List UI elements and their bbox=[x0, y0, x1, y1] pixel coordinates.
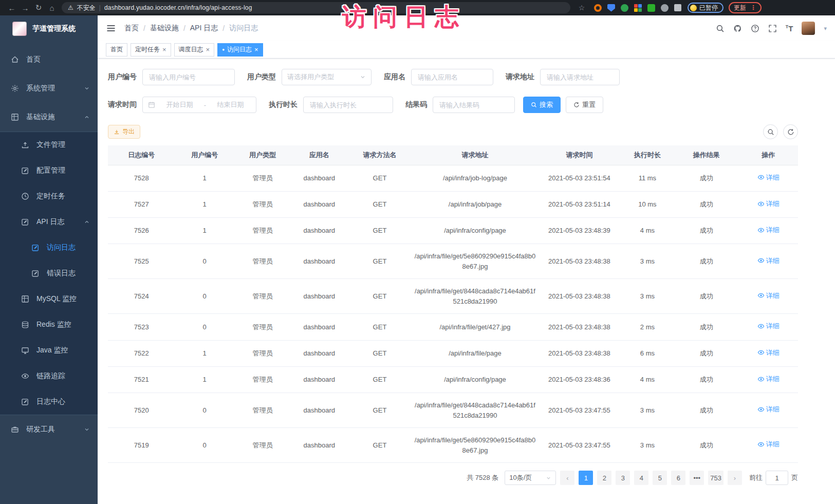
detail-label: 详细 bbox=[766, 291, 780, 301]
page-url[interactable]: dashboard.yudao.iocoder.cn/infra/log/api… bbox=[104, 4, 252, 11]
app-logo[interactable]: 芋道管理系统 bbox=[0, 15, 98, 42]
detail-link[interactable]: 详细 bbox=[757, 404, 780, 415]
close-icon[interactable]: × bbox=[206, 46, 210, 53]
breadcrumb-separator: / bbox=[143, 24, 145, 32]
browser-update-button[interactable]: 更新 ⋮ bbox=[729, 2, 762, 13]
goto-page-input[interactable] bbox=[766, 471, 788, 485]
prev-page-button[interactable]: ‹ bbox=[560, 471, 574, 485]
next-page-button[interactable]: › bbox=[728, 471, 742, 485]
page-button-2[interactable]: 2 bbox=[597, 471, 611, 485]
github-icon[interactable] bbox=[733, 24, 742, 33]
sidebar-item-trace[interactable]: 链路追踪 bbox=[0, 363, 98, 389]
table-grid-icon bbox=[21, 295, 29, 303]
sidebar-item-system[interactable]: 系统管理 bbox=[0, 74, 98, 103]
sidebar-item-home[interactable]: 首页 bbox=[0, 45, 98, 74]
page-ellipsis[interactable]: ••• bbox=[690, 471, 704, 485]
eye-icon bbox=[757, 200, 765, 208]
detail-link[interactable]: 详细 bbox=[757, 173, 780, 183]
tab-dispatch-log[interactable]: 调度日志 × bbox=[174, 43, 215, 57]
page-button-6[interactable]: 6 bbox=[671, 471, 685, 485]
page-button-753[interactable]: 753 bbox=[708, 471, 723, 485]
paused-extension-pill[interactable]: 已暂停 bbox=[688, 3, 723, 13]
table-cell: dashboard bbox=[291, 393, 347, 428]
sidebar-item-api-log[interactable]: API 日志 bbox=[0, 209, 98, 235]
sidebar-item-scheduled-jobs[interactable]: 定时任务 bbox=[0, 183, 98, 209]
detail-link[interactable]: 详细 bbox=[757, 225, 780, 235]
sidebar-item-access-log[interactable]: 访问日志 bbox=[0, 235, 98, 260]
result-code-input[interactable] bbox=[433, 97, 515, 113]
sidebar-item-config-manage[interactable]: 配置管理 bbox=[0, 158, 98, 183]
table-cell: 3 ms bbox=[620, 279, 674, 314]
tab-home[interactable]: 首页 bbox=[106, 43, 127, 57]
browser-back-icon[interactable]: ← bbox=[5, 4, 18, 12]
date-range-picker[interactable]: 开始日期 - 结束日期 bbox=[142, 97, 256, 113]
detail-link[interactable]: 详细 bbox=[757, 256, 780, 266]
sidebar-item-java-monitor[interactable]: Java 监控 bbox=[0, 338, 98, 363]
extension-grey-icon[interactable] bbox=[661, 4, 669, 12]
close-icon[interactable]: × bbox=[254, 46, 258, 53]
avatar-caret-icon[interactable]: ▾ bbox=[824, 25, 827, 32]
request-url-input[interactable] bbox=[540, 69, 620, 85]
extension-green-icon[interactable] bbox=[621, 4, 628, 12]
search-button[interactable]: 搜索 bbox=[523, 97, 561, 113]
tab-scheduled-jobs[interactable]: 定时任务 × bbox=[131, 43, 171, 57]
sidebar-item-redis-monitor[interactable]: Redis 监控 bbox=[0, 312, 98, 338]
page-button-4[interactable]: 4 bbox=[634, 471, 648, 485]
detail-link[interactable]: 详细 bbox=[757, 321, 780, 331]
close-icon[interactable]: × bbox=[162, 46, 166, 53]
browser-menu-icon[interactable]: ⋮ bbox=[750, 4, 756, 11]
browser-forward-icon[interactable]: → bbox=[18, 4, 32, 12]
sidebar-item-log-center[interactable]: 日志中心 bbox=[0, 389, 98, 415]
bookmark-star-icon[interactable]: ☆ bbox=[576, 4, 588, 12]
extension-grid-icon[interactable] bbox=[634, 4, 642, 12]
range-separator: - bbox=[204, 101, 206, 109]
reset-button[interactable]: 重置 bbox=[566, 97, 603, 113]
sidebar-item-label: 错误日志 bbox=[47, 269, 76, 278]
breadcrumb: 首页 / 基础设施 / API 日志 / 访问日志 bbox=[124, 24, 258, 33]
hamburger-icon[interactable] bbox=[106, 23, 116, 33]
page-button-5[interactable]: 5 bbox=[653, 471, 667, 485]
extension-shield-icon[interactable] bbox=[607, 4, 615, 12]
detail-link[interactable]: 详细 bbox=[757, 291, 780, 301]
detail-link[interactable]: 详细 bbox=[757, 439, 780, 450]
breadcrumb-infra[interactable]: 基础设施 bbox=[150, 24, 179, 33]
sidebar-item-error-log[interactable]: 错误日志 bbox=[0, 260, 98, 286]
security-label[interactable]: 不安全 bbox=[77, 4, 96, 12]
browser-home-icon[interactable]: ⌂ bbox=[45, 4, 59, 12]
duration-input[interactable] bbox=[303, 97, 393, 113]
page-button-1[interactable]: 1 bbox=[579, 471, 593, 485]
sidebar-item-mysql-monitor[interactable]: MySQL 监控 bbox=[0, 286, 98, 312]
sidebar-item-file-manage[interactable]: 文件管理 bbox=[0, 132, 98, 158]
user-type-select[interactable]: 请选择用户类型 bbox=[282, 69, 372, 85]
refresh-table-button[interactable] bbox=[783, 124, 798, 139]
browser-reload-icon[interactable]: ↻ bbox=[32, 3, 45, 12]
user-avatar[interactable] bbox=[802, 22, 815, 35]
extension-square-icon[interactable] bbox=[647, 4, 655, 12]
address-bar[interactable]: ⚠ 不安全 | dashboard.yudao.iocoder.cn/infra… bbox=[62, 2, 570, 13]
fullscreen-icon[interactable] bbox=[768, 24, 777, 33]
header-search-icon[interactable] bbox=[716, 24, 725, 33]
sidebar-item-infra[interactable]: 基础设施 bbox=[0, 103, 98, 132]
toggle-search-button[interactable] bbox=[763, 124, 778, 139]
detail-link[interactable]: 详细 bbox=[757, 348, 780, 358]
breadcrumb-home[interactable]: 首页 bbox=[124, 24, 139, 33]
chevron-down-icon bbox=[84, 85, 90, 91]
extensions-puzzle-icon[interactable] bbox=[674, 4, 681, 11]
table-cell: 管理员 bbox=[234, 191, 291, 217]
table-row: 75200管理员dashboardGET/api/infra/file/get/… bbox=[108, 393, 798, 428]
export-button[interactable]: 导出 bbox=[108, 125, 140, 139]
page-button-3[interactable]: 3 bbox=[616, 471, 630, 485]
sidebar-item-dev-tools[interactable]: 研发工具 bbox=[0, 415, 98, 444]
user-id-input[interactable] bbox=[142, 69, 235, 85]
detail-link[interactable]: 详细 bbox=[757, 374, 780, 384]
pagination: 共 7528 条 10条/页 ‹ 123456•••753 › 前往 页 bbox=[108, 471, 798, 485]
breadcrumb-api-log[interactable]: API 日志 bbox=[190, 24, 218, 33]
extension-donut-icon[interactable] bbox=[594, 4, 602, 12]
table-cell: dashboard bbox=[291, 428, 347, 463]
help-icon[interactable] bbox=[751, 24, 759, 33]
detail-link[interactable]: 详细 bbox=[757, 199, 780, 209]
tab-access-log[interactable]: ● 访问日志 × bbox=[217, 43, 263, 57]
page-size-select[interactable]: 10条/页 bbox=[505, 471, 556, 485]
app-name-input[interactable] bbox=[411, 69, 493, 85]
font-size-icon[interactable]: TT bbox=[786, 24, 793, 33]
